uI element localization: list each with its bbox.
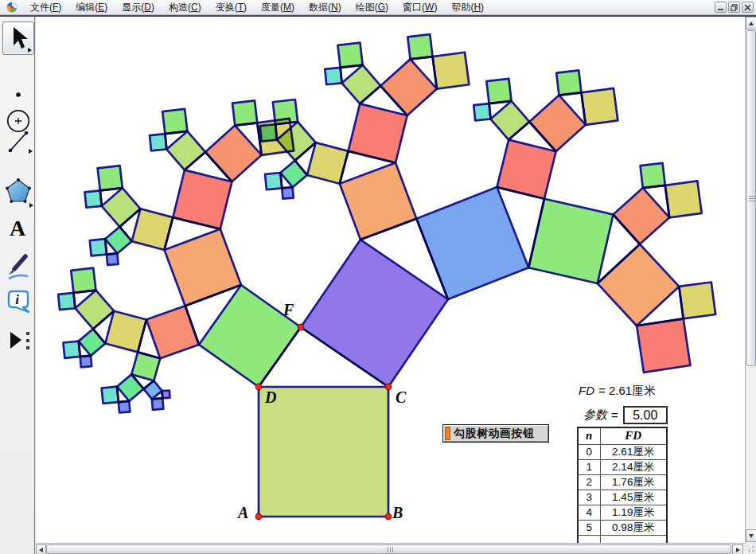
menu-construct[interactable]: 构造(C) [162, 0, 208, 15]
vertical-scroll-thumb[interactable] [746, 30, 756, 366]
tree-square[interactable] [273, 99, 298, 124]
tree-square[interactable] [556, 70, 581, 95]
animation-action-button[interactable]: 勾股树动画按钮 [442, 424, 549, 443]
thumb-grip-icon [749, 196, 755, 202]
table-row-partial [578, 535, 667, 543]
menu-data[interactable]: 数据(N) [302, 0, 349, 15]
tree-square[interactable] [162, 390, 170, 398]
table-header-fd: FD [600, 427, 667, 444]
tree-square[interactable] [102, 387, 119, 404]
tree-square[interactable] [105, 311, 146, 353]
tree-square[interactable] [265, 173, 282, 189]
cell-fd: 2.61厘米 [600, 444, 667, 459]
tree-square[interactable] [637, 318, 690, 372]
tree-square[interactable] [132, 209, 173, 250]
point-label-F[interactable]: F [283, 302, 294, 318]
tree-square[interactable] [71, 268, 95, 293]
point-F[interactable] [298, 324, 304, 330]
tree-square[interactable] [58, 293, 75, 310]
menu-window[interactable]: 窗口(W) [396, 0, 444, 15]
parameter-row: 参数 = 5.00 [583, 406, 668, 424]
measurement-value: = 2.61厘米 [598, 384, 656, 397]
tree-square[interactable] [107, 253, 118, 264]
tree-square[interactable] [63, 341, 80, 358]
tree-square[interactable] [150, 134, 166, 150]
menu-transform[interactable]: 变换(T) [208, 0, 254, 15]
scroll-down-button[interactable] [746, 529, 756, 542]
tree-square[interactable] [80, 356, 92, 367]
tree-square[interactable] [307, 142, 349, 184]
tree-square[interactable] [84, 190, 101, 207]
menu-graph[interactable]: 绘图(G) [349, 0, 396, 15]
table-row: 31.45厘米 [578, 490, 667, 505]
close-button[interactable] [742, 2, 754, 13]
tree-square[interactable] [473, 103, 490, 120]
scroll-up-button[interactable] [746, 17, 756, 29]
tree-square[interactable] [528, 199, 613, 283]
polygon-tool[interactable] [2, 177, 34, 213]
tree-square[interactable] [152, 398, 163, 409]
tree-square[interactable] [131, 352, 160, 380]
tree-square[interactable] [641, 163, 665, 188]
menu-edit[interactable]: 编辑(E) [68, 0, 115, 15]
tree-square[interactable] [259, 387, 388, 517]
cell-n: 1 [578, 459, 600, 474]
tree-square[interactable] [349, 103, 407, 162]
tree-square[interactable] [162, 109, 187, 134]
vertical-scrollbar[interactable] [745, 17, 756, 543]
point-label-A[interactable]: A [238, 505, 248, 521]
menu-file[interactable]: 文件(F) [23, 0, 68, 15]
tree-square[interactable] [173, 170, 232, 229]
fd-iteration-table[interactable]: n FD 02.61厘米 12.14厘米 21.76厘米 31.45厘米 41.… [577, 427, 668, 543]
restore-button[interactable] [728, 2, 740, 13]
horizontal-scrollbar[interactable] [36, 543, 745, 554]
tree-square[interactable] [232, 100, 257, 125]
tree-square[interactable] [665, 181, 702, 217]
tree-square[interactable] [407, 34, 432, 59]
tree-square[interactable] [282, 187, 293, 198]
scroll-right-button[interactable] [732, 544, 743, 554]
down-arrow-icon [749, 534, 754, 538]
menu-display[interactable]: 显示(D) [115, 0, 162, 15]
marker-tool[interactable] [6, 252, 31, 286]
minimize-button[interactable] [715, 2, 727, 13]
point-label-D[interactable]: D [265, 389, 276, 405]
action-button-stripe-icon [445, 427, 450, 440]
tree-square[interactable] [337, 43, 362, 68]
flyout-arrow-icon [29, 203, 33, 208]
table-row: 50.98厘米 [578, 520, 667, 535]
custom-tool[interactable] [8, 329, 32, 357]
point-B[interactable] [385, 513, 392, 520]
horizontal-scroll-thumb[interactable] [46, 544, 731, 554]
resize-corner[interactable] [745, 543, 756, 554]
tree-square[interactable] [260, 124, 277, 141]
tree-square[interactable] [581, 88, 618, 125]
tree-square[interactable] [98, 166, 123, 190]
table-row: 21.76厘米 [578, 474, 667, 490]
menu-measure[interactable]: 度量(M) [254, 0, 302, 15]
point-label-C[interactable]: C [396, 389, 406, 405]
restore-icon [731, 4, 738, 11]
tree-square[interactable] [325, 68, 341, 84]
menu-help[interactable]: 帮助(H) [444, 0, 491, 15]
scroll-left-button[interactable] [36, 544, 46, 554]
point-D[interactable] [255, 384, 262, 390]
point-label-B[interactable]: B [392, 505, 403, 521]
information-tool[interactable]: i [6, 289, 31, 321]
text-tool[interactable]: A [10, 217, 25, 240]
tree-square[interactable] [679, 283, 715, 319]
tree-square[interactable] [433, 53, 470, 89]
selection-arrow-tool[interactable] [2, 21, 34, 55]
tree-square[interactable] [486, 79, 511, 103]
tree-square[interactable] [119, 401, 130, 412]
parameter-value-box[interactable]: 5.00 [623, 406, 668, 424]
point-C[interactable] [385, 384, 392, 390]
straightedge-tool[interactable] [4, 127, 34, 159]
tree-square[interactable] [497, 140, 555, 199]
table-header-row: n FD [578, 427, 667, 444]
cell-n: 5 [578, 520, 600, 535]
fd-measurement[interactable]: FD= 2.61厘米 [579, 384, 656, 399]
tree-square[interactable] [90, 239, 107, 256]
point-A[interactable] [255, 513, 262, 520]
sketch-canvas[interactable]: ABCDF FD= 2.61厘米 参数 = 5.00 勾股树动画按钮 n FD … [36, 17, 745, 543]
